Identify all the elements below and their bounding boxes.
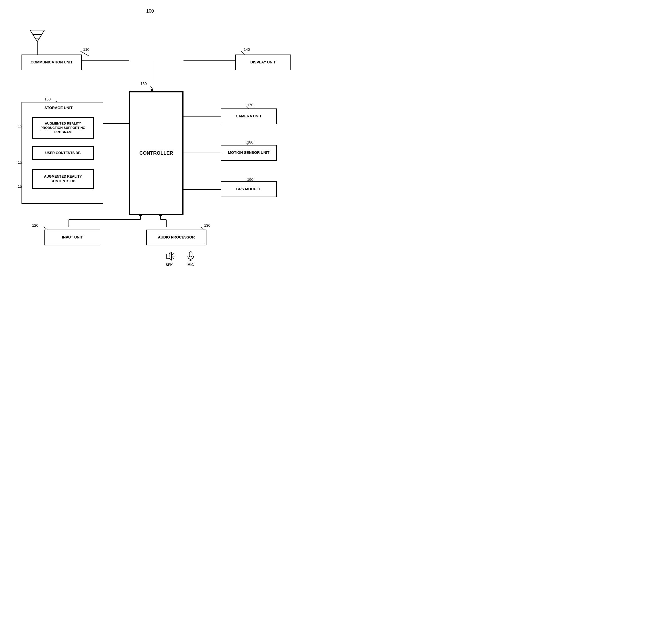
svg-rect-50: [189, 252, 192, 257]
gps-module-box: GPS MODULE: [221, 181, 277, 197]
svg-line-2: [37, 30, 44, 42]
ref-160: 160: [141, 82, 147, 86]
display-unit-box: DISPLAY UNIT: [235, 54, 291, 70]
mic-area: MIC: [186, 251, 195, 267]
ref-120: 120: [32, 223, 39, 228]
svg-line-47: [172, 253, 174, 255]
controller-box: CONTROLLER: [129, 91, 184, 215]
ar-program-box: AUGMENTED REALITY PRODUCTION SUPPORTING …: [32, 117, 94, 139]
ref-110: 110: [83, 47, 90, 52]
ar-contents-box: AUGMENTED REALITY CONTENTS DB: [32, 169, 94, 189]
svg-line-42: [201, 227, 204, 230]
input-unit-box: INPUT UNIT: [44, 230, 100, 245]
camera-unit-box: CAMERA UNIT: [221, 109, 277, 124]
ref-190: 190: [247, 177, 253, 182]
diagram-title: 100: [146, 8, 154, 14]
mic-label: MIC: [186, 263, 195, 267]
user-contents-box: USER CONTENTS DB: [32, 146, 94, 160]
svg-line-41: [44, 227, 47, 230]
svg-line-49: [172, 258, 174, 259]
ref-140: 140: [244, 47, 250, 52]
svg-marker-46: [166, 252, 171, 260]
svg-line-36: [150, 86, 153, 89]
ref-130: 130: [204, 223, 211, 228]
ref-170: 170: [247, 103, 253, 107]
spk-label: SPK: [164, 263, 175, 267]
communication-unit-box: COMMUNICATION UNIT: [22, 54, 82, 70]
storage-unit-label: STORAGE UNIT: [44, 106, 73, 110]
ref-180: 180: [247, 140, 253, 144]
ref-150: 150: [44, 97, 51, 101]
speaker-area: SPK: [164, 251, 175, 267]
motion-sensor-box: MOTION SENSOR UNIT: [221, 145, 277, 161]
diagram: 100: [0, 0, 327, 322]
audio-processor-box: AUDIO PROCESSOR: [146, 230, 207, 245]
svg-line-1: [30, 30, 37, 42]
